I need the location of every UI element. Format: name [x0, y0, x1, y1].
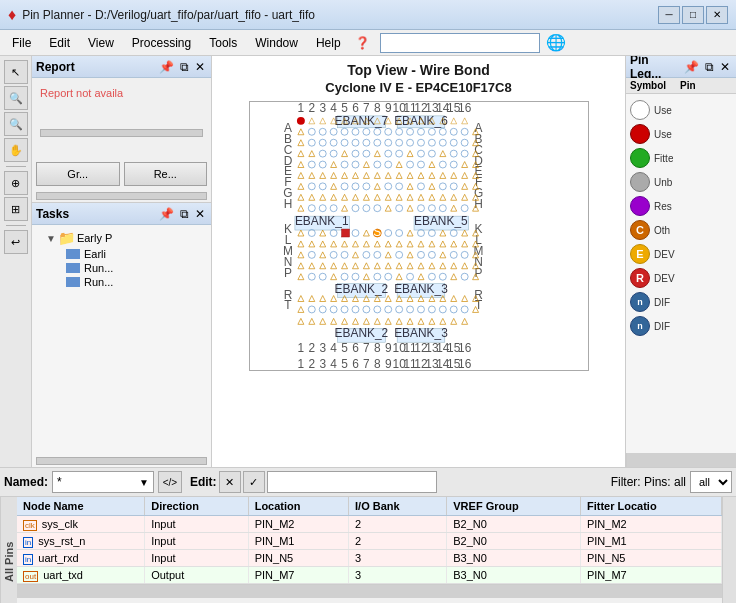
svg-text:2: 2 — [308, 341, 315, 355]
report-pin[interactable]: 📌 — [157, 60, 176, 74]
legend-scrollbar[interactable] — [626, 453, 736, 467]
legend-row-8: n DIF — [630, 290, 732, 314]
menu-help[interactable]: Help — [308, 34, 349, 52]
table-row[interactable]: clk sys_clk Input PIN_M2 2 B2_N0 PIN_M2 — [17, 516, 722, 533]
named-dropdown-icon[interactable]: ▼ — [139, 477, 149, 488]
edit-input[interactable] — [267, 471, 437, 493]
legend-symbol-4 — [630, 196, 650, 216]
menu-file[interactable]: File — [4, 34, 39, 52]
edit-area: Edit: ✕ ✓ — [190, 471, 437, 493]
search-input[interactable] — [380, 33, 540, 53]
table-row[interactable]: in sys_rst_n Input PIN_M1 2 B2_N0 PIN_M1 — [17, 533, 722, 550]
svg-text:9: 9 — [384, 341, 391, 355]
legend-pin[interactable]: 📌 — [682, 60, 701, 74]
toolbar-measure[interactable]: ⊕ — [4, 171, 28, 195]
menu-window[interactable]: Window — [247, 34, 306, 52]
table-row[interactable]: in uart_rxd Input PIN_N5 3 B3_N0 PIN_N5 — [17, 550, 722, 567]
table-row[interactable]: out uart_txd Output PIN_M7 3 B3_N0 PIN_M… — [17, 567, 722, 584]
toolbar-pan[interactable]: ✋ — [4, 138, 28, 162]
toolbar-zoom-in[interactable]: 🔍 — [4, 86, 28, 110]
cell-vref: B3_N0 — [447, 567, 581, 584]
table-hscroll[interactable] — [17, 584, 722, 598]
svg-text:3: 3 — [319, 357, 326, 370]
legend-text-7: DEV — [654, 273, 675, 284]
tasks-float[interactable]: ⧉ — [178, 207, 191, 221]
report-float[interactable]: ⧉ — [178, 60, 191, 74]
legend-controls: 📌 ⧉ ✕ — [682, 60, 732, 74]
report-scrollbar[interactable] — [40, 129, 203, 137]
tasks-scrollbar[interactable] — [36, 457, 207, 465]
menu-edit[interactable]: Edit — [41, 34, 78, 52]
legend-row-3: Unb — [630, 170, 732, 194]
svg-text:EBANK_1: EBANK_1 — [294, 214, 348, 228]
svg-text:2: 2 — [308, 357, 315, 370]
tree-item-early-p[interactable]: ▼ 📁 Early P — [36, 229, 207, 247]
tree-item-run2[interactable]: Run... — [36, 275, 207, 289]
report-title: Report — [36, 60, 75, 74]
legend-text-8: DIF — [654, 297, 670, 308]
legend-row-0: Use — [630, 98, 732, 122]
svg-text:EBANK_7: EBANK_7 — [334, 114, 388, 128]
tasks-close[interactable]: ✕ — [193, 207, 207, 221]
menu-bar: File Edit View Processing Tools Window H… — [0, 30, 736, 56]
tasks-pin[interactable]: 📌 — [157, 207, 176, 221]
legend-row-1: Use — [630, 122, 732, 146]
maximize-button[interactable]: □ — [682, 6, 704, 24]
legend-row-7: R DEV — [630, 266, 732, 290]
table-header-row: Node Name Direction Location I/O Bank VR… — [17, 497, 722, 516]
report-panel-header: Report 📌 ⧉ ✕ — [32, 56, 211, 78]
col-iobank: I/O Bank — [349, 497, 447, 516]
svg-text:6: 6 — [352, 357, 359, 370]
legend-row-4: Res — [630, 194, 732, 218]
toolbar-select[interactable]: ↖ — [4, 60, 28, 84]
edit-clear[interactable]: ✕ — [219, 471, 241, 493]
col-location: Location — [248, 497, 348, 516]
edit-confirm[interactable]: ✓ — [243, 471, 265, 493]
toolbar-zoom-out[interactable]: 🔍 — [4, 112, 28, 136]
filter-dropdown[interactable]: all — [690, 471, 732, 493]
title-bar-left: ♦ Pin Planner - D:/Verilog/uart_fifo/par… — [8, 6, 315, 24]
named-input[interactable] — [57, 475, 137, 489]
cell-bank: 2 — [349, 516, 447, 533]
cell-bank: 3 — [349, 567, 447, 584]
gr-button[interactable]: Gr... — [36, 162, 120, 186]
legend-content: Use Use Fitte Unb Res C Oth — [626, 94, 736, 453]
svg-text:4: 4 — [330, 341, 337, 355]
svg-text:8: 8 — [373, 357, 380, 370]
expand-icon[interactable]: ▼ — [46, 233, 56, 244]
svg-text:7: 7 — [363, 357, 370, 370]
svg-text:EBANK_6: EBANK_6 — [394, 114, 448, 128]
code-icon[interactable]: </> — [158, 471, 182, 493]
re-button[interactable]: Re... — [124, 162, 208, 186]
svg-rect-227 — [341, 229, 349, 237]
table-vscroll[interactable] — [722, 497, 736, 603]
legend-row-9: n DIF — [630, 314, 732, 338]
globe-icon[interactable]: 🌐 — [546, 33, 566, 52]
menu-tools[interactable]: Tools — [201, 34, 245, 52]
toolbar-undo[interactable]: ↩ — [4, 230, 28, 254]
minimize-button[interactable]: ─ — [658, 6, 680, 24]
cell-location: PIN_N5 — [248, 550, 348, 567]
node-type-icon: in — [23, 537, 33, 548]
menu-processing[interactable]: Processing — [124, 34, 199, 52]
menu-view[interactable]: View — [80, 34, 122, 52]
report-hscroll[interactable] — [36, 192, 207, 200]
chip-diagram[interactable]: 123 456 789 101112 131415 16 123 456 789… — [249, 101, 589, 371]
cell-fitter: PIN_N5 — [580, 550, 721, 567]
legend-close[interactable]: ✕ — [718, 60, 732, 74]
toolbar-fit[interactable]: ⊞ — [4, 197, 28, 221]
legend-col-pin: Pin — [680, 80, 696, 91]
app-icon: ♦ — [8, 6, 16, 24]
svg-text:3: 3 — [319, 341, 326, 355]
report-close[interactable]: ✕ — [193, 60, 207, 74]
named-label: Named: — [4, 475, 48, 489]
close-button[interactable]: ✕ — [706, 6, 728, 24]
legend-float[interactable]: ⧉ — [703, 60, 716, 74]
filter-text: Filter: Pins: all — [611, 475, 686, 489]
tree-item-earli[interactable]: Earli — [36, 247, 207, 261]
tasks-title: Tasks — [36, 207, 69, 221]
legend-title: Pin Leg... — [630, 56, 682, 81]
file-icon-earli — [66, 249, 80, 259]
tree-item-run1[interactable]: Run... — [36, 261, 207, 275]
legend-row-5: C Oth — [630, 218, 732, 242]
